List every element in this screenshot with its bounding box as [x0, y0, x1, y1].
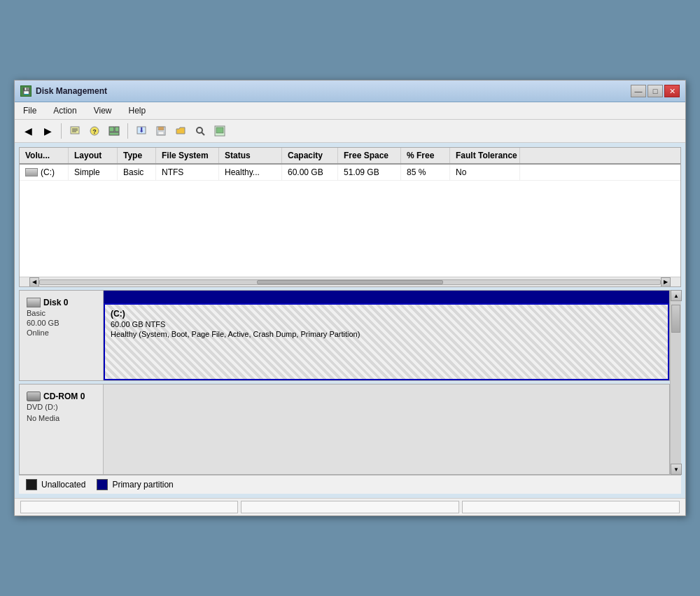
menu-view[interactable]: View: [91, 104, 115, 117]
legend-primary: Primary partition: [97, 479, 173, 490]
cdrom0-status: No Media: [27, 414, 96, 422]
open-button[interactable]: [172, 123, 190, 139]
td-freespace-c: 51.09 GB: [338, 165, 401, 180]
scroll-right-btn[interactable]: ▶: [661, 277, 671, 287]
scrollbar-track: [39, 279, 661, 285]
back-button[interactable]: ◀: [19, 123, 37, 139]
td-percentfree-c: 85 %: [401, 165, 450, 180]
svg-text:?: ?: [92, 128, 97, 135]
cdrom0-label: CD-ROM 0 DVD (D:) No Media: [20, 384, 104, 474]
title-bar-left: 💾 Disk Management: [20, 85, 107, 97]
main-window: 💾 Disk Management — □ ✕ File Action View…: [14, 80, 686, 516]
disk0-icon: [27, 298, 41, 307]
th-volume: Volu...: [20, 148, 69, 163]
svg-text:⬇: ⬇: [139, 126, 144, 134]
layout-button[interactable]: [105, 123, 123, 139]
help-button[interactable]: ?: [85, 123, 104, 139]
svg-rect-13: [158, 132, 164, 134]
vertical-scrollbar[interactable]: ▲ ▼: [670, 290, 681, 475]
partition-body-c[interactable]: (C:) 60.00 GB NTFS Healthy (System, Boot…: [104, 303, 669, 380]
table-row[interactable]: (C:) Simple Basic NTFS Healthy... 60.00 …: [20, 165, 680, 181]
td-filesystem-c: NTFS: [156, 165, 219, 180]
menu-help[interactable]: Help: [126, 104, 149, 117]
cdrom0-row: CD-ROM 0 DVD (D:) No Media: [19, 384, 670, 475]
scrollbar-thumb: [257, 280, 443, 284]
volumes-table: Volu... Layout Type File System Status C…: [19, 147, 681, 287]
properties-button[interactable]: [66, 123, 84, 139]
partition-c-label: (C:): [111, 309, 662, 319]
svg-rect-7: [115, 127, 119, 132]
legend-unalloc-box: [26, 479, 37, 490]
legend-unallocated: Unallocated: [26, 479, 85, 490]
td-status-c: Healthy...: [219, 165, 282, 180]
th-filesystem: File System: [156, 148, 219, 163]
table-header: Volu... Layout Type File System Status C…: [20, 148, 680, 165]
td-capacity-c: 60.00 GB: [282, 165, 338, 180]
partition-header-c: [104, 291, 669, 303]
cdrom0-type: DVD (D:): [27, 403, 96, 411]
cdrom0-content: [104, 384, 669, 474]
scroll-track: [671, 301, 681, 464]
save-button[interactable]: [152, 123, 170, 139]
status-segment-3: [462, 501, 680, 513]
import-button[interactable]: ⬇: [132, 123, 150, 139]
disk0-status: Online: [27, 328, 96, 337]
scroll-left-btn[interactable]: ◀: [29, 277, 39, 287]
th-fault: Fault Tolerance: [450, 148, 520, 163]
td-volume-c: (C:): [20, 165, 69, 180]
th-capacity: Capacity: [282, 148, 338, 163]
status-bar: [15, 498, 685, 515]
cdrom0-icon: [27, 391, 41, 401]
menu-bar: File Action View Help: [15, 102, 685, 120]
title-buttons: — □ ✕: [631, 85, 680, 97]
refresh-button[interactable]: [211, 123, 229, 139]
forward-button[interactable]: ▶: [38, 123, 57, 139]
toolbar-separator-1: [61, 123, 62, 139]
table-body: (C:) Simple Basic NTFS Healthy... 60.00 …: [20, 165, 680, 277]
status-segment-2: [241, 501, 458, 513]
app-icon: 💾: [20, 85, 31, 97]
toolbar: ◀ ▶ ? ⬇: [15, 120, 685, 143]
horizontal-scrollbar[interactable]: ◀ ▶: [20, 277, 680, 286]
svg-line-15: [202, 132, 204, 135]
menu-file[interactable]: File: [20, 104, 39, 117]
td-type-c: Basic: [118, 165, 156, 180]
svg-point-14: [197, 127, 202, 133]
close-button[interactable]: ✕: [664, 85, 680, 97]
th-status: Status: [219, 148, 282, 163]
legend-primary-label: Primary partition: [112, 480, 173, 490]
svg-rect-8: [109, 132, 119, 135]
disk-section: Disk 0 Basic 60.00 GB Online (C:) 60.00 …: [19, 290, 670, 475]
search-button[interactable]: [191, 123, 209, 139]
svg-rect-12: [158, 127, 164, 130]
status-segment-1: [20, 501, 238, 513]
scroll-down-btn[interactable]: ▼: [671, 464, 682, 475]
content-area: Volu... Layout Type File System Status C…: [15, 143, 685, 498]
window-title: Disk Management: [36, 86, 107, 96]
disk-panel: Disk 0 Basic 60.00 GB Online (C:) 60.00 …: [19, 290, 681, 475]
maximize-button[interactable]: □: [648, 85, 663, 97]
th-freespace: Free Space: [338, 148, 401, 163]
disk0-content: (C:) 60.00 GB NTFS Healthy (System, Boot…: [104, 291, 669, 380]
scroll-up-btn[interactable]: ▲: [671, 290, 682, 301]
cdrom0-title: CD-ROM 0: [27, 391, 96, 401]
title-bar: 💾 Disk Management — □ ✕: [15, 81, 685, 102]
menu-action[interactable]: Action: [50, 104, 79, 117]
minimize-button[interactable]: —: [631, 85, 646, 97]
legend-bar: Unallocated Primary partition: [19, 475, 681, 494]
svg-rect-17: [216, 127, 223, 133]
toolbar-separator-2: [127, 123, 128, 139]
th-percentfree: % Free: [401, 148, 450, 163]
partition-c-status: Healthy (System, Boot, Page File, Active…: [111, 330, 662, 338]
legend-unalloc-label: Unallocated: [41, 480, 85, 490]
partition-c-size: 60.00 GB NTFS: [111, 320, 662, 328]
legend-primary-box: [97, 479, 108, 490]
td-fault-c: No: [450, 165, 520, 180]
disk0-title: Disk 0: [27, 298, 96, 307]
td-layout-c: Simple: [69, 165, 118, 180]
disk0-label: Disk 0 Basic 60.00 GB Online: [20, 291, 104, 380]
disk0-size: 60.00 GB: [27, 319, 96, 327]
th-type: Type: [118, 148, 156, 163]
drive-icon-c: [25, 168, 38, 176]
scroll-thumb: [671, 305, 680, 333]
